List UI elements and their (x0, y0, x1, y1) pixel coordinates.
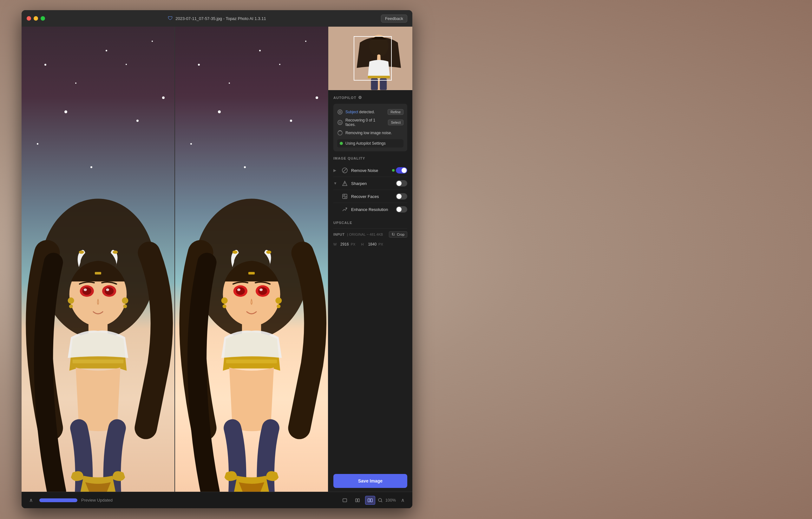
height-value: 1840 (368, 242, 377, 247)
svg-point-12 (68, 297, 74, 304)
svg-point-47 (340, 122, 341, 123)
progress-bar-container (39, 498, 78, 502)
character-svg (22, 27, 174, 492)
select-button[interactable]: Select (388, 120, 403, 125)
autopilot-section: Subject detected. Refine (334, 104, 407, 151)
enhance-resolution-label: Enhance Resolution (351, 207, 393, 212)
side-by-side-button[interactable] (365, 496, 375, 505)
svg-point-44 (339, 111, 341, 113)
character-svg-enhanced (175, 27, 328, 492)
crop-icon (392, 233, 396, 236)
recover-faces-label: Recover Faces (351, 194, 393, 199)
original-image (22, 27, 174, 492)
close-button[interactable] (27, 16, 31, 21)
svg-point-31 (222, 297, 228, 304)
svg-line-66 (381, 501, 382, 502)
right-image-panel (174, 27, 328, 492)
crop-button[interactable]: Crop (389, 231, 407, 238)
face-icon (337, 120, 343, 125)
zoom-adjust-button[interactable]: ∧ (398, 496, 407, 505)
svg-point-8 (84, 288, 87, 291)
removing-noise-row: Removing low image noise. (337, 128, 403, 137)
dimensions-row: W 2916 PX H 1840 PX (334, 240, 407, 249)
svg-rect-61 (355, 499, 357, 502)
remove-noise-toggle-container (392, 167, 407, 174)
svg-point-46 (339, 122, 340, 123)
refine-button[interactable]: Refine (387, 109, 403, 115)
collapse-button[interactable]: ∧ (27, 496, 35, 505)
svg-point-27 (237, 288, 240, 291)
svg-rect-53 (344, 195, 345, 196)
traffic-lights (27, 16, 45, 21)
sharpen-label: Sharpen (351, 181, 393, 186)
bottom-right-controls: 100% ∧ (340, 496, 407, 505)
autopilot-status: Using Autopilot Settings (337, 139, 403, 147)
title-center: 🛡 2023-07-11_07-57-35.jpg - Topaz Photo … (168, 16, 266, 21)
main-window: 🛡 2023-07-11_07-57-35.jpg - Topaz Photo … (22, 10, 412, 508)
removing-text: Removing low image noise. (345, 131, 403, 135)
svg-rect-36 (225, 363, 279, 368)
single-view-icon (342, 498, 347, 503)
svg-point-11 (106, 288, 109, 291)
noise-icon (337, 130, 343, 136)
feedback-button[interactable]: Feedback (381, 15, 407, 23)
svg-rect-60 (343, 499, 347, 502)
save-image-button[interactable]: Save Image (334, 474, 407, 488)
width-value: 2916 (340, 242, 349, 247)
width-label: W (334, 242, 339, 246)
recover-faces-toggle[interactable] (396, 193, 407, 200)
progress-bar-fill (39, 498, 78, 502)
remove-noise-toggle[interactable] (396, 167, 407, 174)
enhance-resolution-toggle[interactable] (396, 206, 407, 212)
svg-point-33 (275, 297, 282, 304)
split-view-button[interactable] (352, 496, 362, 505)
svg-rect-64 (371, 499, 372, 502)
expand-icon: ▶ (334, 168, 339, 173)
svg-point-32 (223, 305, 227, 308)
svg-rect-35 (249, 272, 255, 275)
svg-line-49 (343, 169, 346, 172)
enhance-resolution-icon (342, 206, 348, 212)
svg-rect-37 (226, 359, 277, 363)
autopilot-section-title: AUTOPILOT ⚙ (334, 95, 407, 100)
svg-rect-54 (345, 196, 346, 198)
preview-updated-label: Preview Updated (81, 498, 113, 502)
title-bar: 🛡 2023-07-11_07-57-35.jpg - Topaz Photo … (22, 10, 412, 27)
remove-noise-label: Remove Noise (351, 168, 389, 173)
svg-point-29 (258, 287, 267, 295)
recover-faces-item[interactable]: Recover Faces (334, 190, 407, 203)
zoom-level: 100% (385, 498, 396, 502)
svg-point-65 (378, 498, 382, 501)
svg-rect-18 (72, 359, 124, 363)
svg-point-5 (113, 251, 118, 254)
remove-noise-item[interactable]: ▶ Remove Noise (334, 164, 407, 177)
enhance-resolution-item[interactable]: Enhance Resolution (334, 203, 407, 216)
svg-point-30 (259, 288, 263, 291)
svg-point-43 (338, 110, 342, 114)
input-row: INPUT | ORIGINAL ~ 481.4KB Crop (334, 228, 407, 240)
quality-section-title: IMAGE QUALITY (334, 156, 407, 160)
svg-rect-16 (95, 272, 101, 275)
svg-point-23 (232, 251, 238, 254)
bottom-bar: ∧ Preview Updated (22, 492, 412, 508)
subject-icon (337, 109, 343, 115)
thumbnail-area (328, 27, 412, 90)
image-area (22, 27, 328, 492)
svg-rect-62 (358, 499, 359, 502)
sharpen-item[interactable]: ▼ Sharpen (334, 177, 407, 190)
single-view-button[interactable] (340, 496, 350, 505)
minimize-button[interactable] (34, 16, 38, 21)
right-panel: AUTOPILOT ⚙ Subject detected. (328, 27, 412, 492)
subject-detected-row: Subject detected. Refine (337, 108, 403, 116)
gear-icon[interactable]: ⚙ (358, 95, 362, 100)
zoom-icon (378, 498, 383, 503)
svg-point-4 (79, 251, 84, 254)
maximize-button[interactable] (40, 16, 45, 21)
side-by-side-icon (368, 498, 373, 503)
sharpen-toggle[interactable] (396, 180, 407, 186)
subject-detected-text: Subject detected. (345, 110, 385, 114)
upscale-section: UPSCALE INPUT | ORIGINAL ~ 481.4KB Crop (334, 221, 407, 249)
split-view-icon (355, 498, 360, 503)
recovering-text: Recovering 0 of 1 faces. (345, 118, 385, 127)
image-quality-section: IMAGE QUALITY ▶ Remove Noise (334, 156, 407, 216)
